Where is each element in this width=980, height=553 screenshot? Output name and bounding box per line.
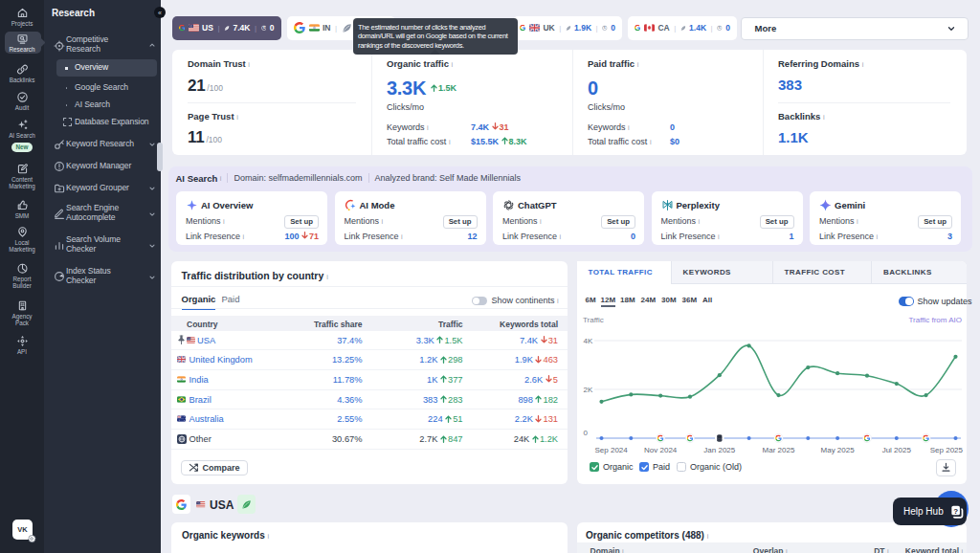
rail-item-api[interactable]: API xyxy=(0,335,44,356)
info-icon[interactable]: i xyxy=(560,232,562,241)
info-icon[interactable]: i xyxy=(637,60,639,69)
country-row-uk[interactable]: United Kingdom 13.25% 1.2K 298 1.9K 463 xyxy=(171,350,568,370)
tab-traffic-cost[interactable]: TRAFFIC COST xyxy=(772,261,872,284)
setup-button[interactable]: Set up xyxy=(760,215,794,229)
sidebar-collapse-button[interactable]: « xyxy=(154,7,166,18)
country-name[interactable]: United Kingdom xyxy=(189,355,253,365)
info-icon[interactable]: i xyxy=(786,547,788,553)
info-icon[interactable]: i xyxy=(650,138,652,146)
info-icon[interactable]: i xyxy=(223,217,225,226)
info-icon[interactable]: i xyxy=(628,123,630,132)
setup-button[interactable]: Set up xyxy=(284,215,319,229)
period-18m[interactable]: 18M xyxy=(620,296,635,304)
info-icon[interactable]: i xyxy=(236,113,238,122)
country-name[interactable]: India xyxy=(189,375,209,385)
rail-item-research[interactable]: Research xyxy=(0,33,44,54)
info-icon[interactable]: i xyxy=(718,232,720,241)
legend-organic[interactable]: Organic xyxy=(590,462,634,472)
setup-button[interactable]: Set up xyxy=(601,215,635,229)
info-icon[interactable]: i xyxy=(452,60,454,69)
info-icon[interactable]: i xyxy=(248,60,250,69)
period-24m[interactable]: 24M xyxy=(641,296,657,304)
sidebar-item-competitive-research[interactable]: Competitive Research xyxy=(44,36,161,55)
info-icon[interactable]: i xyxy=(707,532,709,541)
info-icon[interactable]: i xyxy=(401,232,403,241)
info-icon[interactable]: i xyxy=(699,217,701,226)
period-all[interactable]: All xyxy=(702,296,712,304)
traffic-from-aio-link[interactable]: Traffic from AIO xyxy=(908,316,962,324)
sidebar-item-google-search[interactable]: Google Search xyxy=(44,83,161,93)
rail-item-smm[interactable]: SMM xyxy=(0,199,44,220)
legend-organic-old[interactable]: Organic (Old) xyxy=(677,462,742,472)
period-12m[interactable]: 12M xyxy=(601,296,616,304)
rail-item-local-marketing[interactable]: Local Marketing xyxy=(0,226,44,254)
info-icon[interactable]: i xyxy=(267,532,269,541)
sidebar-item-keyword-grouper[interactable]: Keyword Grouper xyxy=(44,183,161,194)
help-hub-button[interactable]: Help Hub xyxy=(893,498,967,525)
checkbox-checked[interactable] xyxy=(590,462,599,472)
info-icon[interactable]: i xyxy=(557,297,559,305)
download-chart-button[interactable] xyxy=(936,459,956,476)
country-row-usa[interactable]: USA 37.4% 3.3K 1.5K 7.4K 31 xyxy=(171,331,568,351)
period-36m[interactable]: 36M xyxy=(682,296,698,304)
rail-item-audit[interactable]: Audit xyxy=(0,91,44,112)
setup-button[interactable]: Set up xyxy=(443,215,478,229)
more-databases-dropdown[interactable]: More xyxy=(741,17,969,40)
info-icon[interactable]: i xyxy=(326,273,328,281)
info-icon[interactable]: i xyxy=(449,138,451,146)
database-tab-uk[interactable]: UK | 1.9K | 0 xyxy=(513,16,622,40)
country-name[interactable]: Brazil xyxy=(189,395,212,405)
legend-paid[interactable]: Paid xyxy=(639,462,670,472)
country-name[interactable]: Australia xyxy=(189,414,224,424)
sidebar-item-search-engine-autocomplete[interactable]: Search Engine Autocomplete xyxy=(44,205,161,224)
rail-item-backlinks[interactable]: Backlinks xyxy=(0,63,44,84)
rail-item-report-builder[interactable]: Report Builder xyxy=(0,262,44,290)
sidebar-item-database-expansion[interactable]: Database Expansion xyxy=(44,117,161,128)
tab-backlinks[interactable]: BACKLINKS xyxy=(871,261,967,284)
show-updates-toggle[interactable] xyxy=(899,297,914,306)
rail-item-projects[interactable]: Projects xyxy=(0,7,44,28)
info-icon[interactable]: i xyxy=(887,547,889,553)
checkbox-checked[interactable] xyxy=(639,462,649,472)
sidebar-item-keyword-manager[interactable]: Keyword Manager xyxy=(44,161,161,172)
info-icon[interactable]: i xyxy=(857,217,858,226)
info-icon[interactable]: i xyxy=(243,232,245,241)
checkbox-unchecked[interactable] xyxy=(677,462,686,472)
sidebar-item-ai-search[interactable]: AI Search xyxy=(44,100,161,110)
rail-item-agency-pack[interactable]: Agency Pack xyxy=(0,299,44,327)
sidebar-item-search-volume-checker[interactable]: Search Volume Checker xyxy=(44,236,161,255)
sidebar-item-keyword-research[interactable]: Keyword Research xyxy=(44,139,161,150)
sidebar-item-index-status-checker[interactable]: Index Status Checker xyxy=(44,268,161,287)
period-30m[interactable]: 30M xyxy=(661,296,677,304)
tab-paid[interactable]: Paid xyxy=(222,294,240,304)
info-icon[interactable]: i xyxy=(622,547,624,553)
country-row-brazil[interactable]: Brazil 4.36% 383 283 898 182 xyxy=(171,390,568,410)
rail-item-ai-search[interactable]: AI Search New xyxy=(0,119,44,152)
info-icon[interactable]: i xyxy=(877,232,879,241)
show-continents-toggle[interactable] xyxy=(472,297,487,306)
country-name[interactable]: USA xyxy=(197,336,215,345)
compare-button[interactable]: Compare xyxy=(181,460,248,476)
info-icon[interactable]: i xyxy=(823,113,825,122)
setup-button[interactable]: Set up xyxy=(918,215,952,229)
info-icon[interactable]: i xyxy=(540,217,542,226)
period-6m[interactable]: 6M xyxy=(586,296,596,304)
traffic-line-chart[interactable]: 02K4KSep 2024Nov 2024Jan 2025Mar 2025May… xyxy=(577,331,967,455)
info-icon[interactable]: i xyxy=(862,60,864,69)
database-tab-ca[interactable]: CA | 1.4K | 0 xyxy=(628,16,737,40)
rail-item-content-marketing[interactable]: Content Marketing xyxy=(0,163,44,190)
country-row-india[interactable]: India 11.78% 1K 377 2.6K 5 xyxy=(171,370,568,390)
user-avatar[interactable]: VK xyxy=(12,520,33,540)
info-icon[interactable]: i xyxy=(961,547,963,553)
tab-organic[interactable]: Organic xyxy=(182,294,216,304)
sidebar-resize-handle[interactable] xyxy=(157,143,163,171)
country-row-australia[interactable]: Australia 2.55% 224 51 2.2K 131 xyxy=(171,409,568,430)
info-icon[interactable]: i xyxy=(220,174,222,183)
info-icon[interactable]: i xyxy=(382,217,384,226)
database-tab-us[interactable]: US | 7.4K | 0 xyxy=(172,16,281,40)
country-row-other[interactable]: Other 30.67% 2.7K 847 24K 1.2K xyxy=(171,430,568,450)
tab-total-traffic[interactable]: TOTAL TRAFFIC xyxy=(577,261,671,284)
info-icon[interactable]: i xyxy=(427,123,429,132)
sidebar-item-overview[interactable]: Overview xyxy=(44,63,161,73)
tab-keywords[interactable]: KEYWORDS xyxy=(671,261,772,284)
